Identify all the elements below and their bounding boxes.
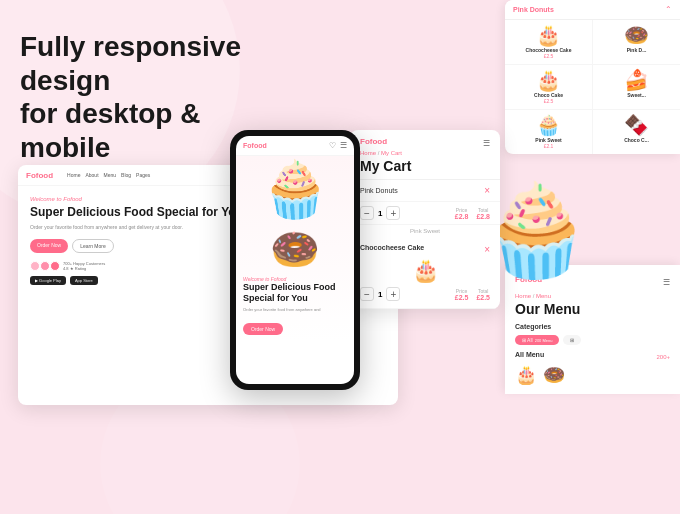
pink-donuts-qty-val: 1 [378,209,382,218]
pink-sweet-separator: Pink Sweet [350,225,500,237]
cart-breadcrumb-home[interactable]: Home [360,150,376,156]
food-grid-row-1: 🎂 Chococheese Cake £2.5 🍩 Pink D... [505,20,680,65]
phone-heart-icon[interactable]: ♡ [329,141,336,150]
food-chococheese[interactable]: 🎂 Chococheese Cake £2.5 [505,20,593,64]
pinkd-grid-img: 🍩 [598,25,675,45]
food-grid-header: Pink Donuts ⌃ [505,0,680,20]
food-pink-sweet[interactable]: 🧁 Pink Sweet £2.1 [505,110,593,154]
menu-panel-item-1[interactable]: 🎂 [515,366,537,384]
cart-item-pink-donuts: Pink Donuts × [350,180,500,202]
chococheese-qty-val: 1 [378,290,382,299]
total-col: Total £2.8 [476,207,490,220]
phone-hero: 🧁🍩 Welcome to Fofood Super Delicious Foo… [236,156,354,341]
pink-donuts-qty: − 1 + [360,206,400,220]
pink-donuts-total-val: £2.8 [476,213,490,220]
pink-donuts-price-val: £2.8 [455,213,469,220]
cart-menu-icon[interactable]: ☰ [483,139,490,148]
chococheese-price: Price £2.5 Total £2.5 [455,288,490,301]
chococheese-remove[interactable]: × [484,244,490,255]
cart-item-chococheese: Chococheese Cake × 🎂 − 1 + Price £2.5 To… [350,237,500,309]
nav-link-menu[interactable]: Menu [104,172,117,178]
food-grid: Pink Donuts ⌃ 🎂 Chococheese Cake £2.5 🍩 … [505,0,680,154]
chococheese-price-col: Price £2.5 [455,288,469,301]
avatar-3 [50,261,60,271]
pink-sweet-img: 🧁 [510,115,587,135]
food-pink-d[interactable]: 🍩 Pink D... [593,20,680,64]
nav-link-blog[interactable]: Blog [121,172,131,178]
food-header-chevron[interactable]: ⌃ [665,5,672,14]
price-col: Price £2.8 [455,207,469,220]
cart-header: Fofood ☰ Home / My Cart My Cart [350,130,500,180]
cart-logo: Fofood [360,137,387,146]
food-choco-c[interactable]: 🍫 Choco C... [593,110,680,154]
desktop-learn-btn[interactable]: Learn More [72,239,114,253]
choco-c-img: 🍫 [598,115,675,135]
chococheese-qty: − 1 + [360,287,400,301]
total-label: Total [476,207,490,213]
pink-donuts-label: Pink Donuts [360,187,398,194]
chococheese-controls: − 1 + Price £2.5 Total £2.5 [360,287,490,301]
food-choco-cake[interactable]: 🎂 Choco Cake £2.5 [505,65,593,109]
phone-menu-icon[interactable]: ☰ [340,141,347,150]
menu-panel-hamburger[interactable]: ☰ [663,278,670,287]
google-play-badge[interactable]: ▶ Google Play [30,276,66,285]
pink-donuts-remove[interactable]: × [484,185,490,196]
headline-section: Fully responsive design for desktop & mo… [20,30,260,184]
menu-panel-item-2[interactable]: 🍩 [543,366,565,384]
desktop-order-btn[interactable]: Order Now [30,239,68,253]
nav-link-home[interactable]: Home [67,172,80,178]
chococheese-price-label: Price [455,288,469,294]
cart-title: My Cart [360,158,490,174]
choco-cake-img: 🎂 [510,70,587,90]
avatar-1 [30,261,40,271]
pink-donuts-minus[interactable]: − [360,206,374,220]
phone-nav: Fofood ♡ ☰ [236,136,354,156]
choco-c-name: Choco C... [598,137,675,143]
phone-mockup: Fofood ♡ ☰ 🧁🍩 Welcome to Fofood Super De… [230,130,360,390]
food-sweet[interactable]: 🍰 Sweet... [593,65,680,109]
phone-logo: Fofood [243,142,267,149]
menu-panel-all-label: All Menu [515,351,544,358]
pink-donuts-plus[interactable]: + [386,206,400,220]
phone-nav-icons: ♡ ☰ [329,141,347,150]
pink-donuts-price: Price £2.8 Total £2.8 [455,207,490,220]
menu-panel-items: 🎂 🍩 [515,366,670,384]
nav-link-pages[interactable]: Pages [136,172,150,178]
customers-text: 700+ Happy Customers4.8 ★ Rating [63,261,105,271]
food-header-title: Pink Donuts [513,6,554,13]
main-headline: Fully responsive design for desktop & mo… [20,30,260,164]
food-grid-row-3: 🧁 Pink Sweet £2.1 🍫 Choco C... [505,110,680,154]
chococheese-price-val: £2.5 [455,294,469,301]
chococheese-total-col: Total £2.5 [476,288,490,301]
chococheese-plus[interactable]: + [386,287,400,301]
choco-cake-price: £2.5 [510,98,587,104]
phone-order-btn[interactable]: Order Now [243,323,283,335]
chococheese-img: 🎂 [360,258,490,284]
chococheese-minus[interactable]: − [360,287,374,301]
desktop-menu-section: Explore Our Delicious Menu 🎂 Cakes 34 Me… [18,404,398,405]
chococheese-name: Chococheese Cake [360,244,424,251]
sweet-name: Sweet... [598,92,675,98]
chococheese-grid-img: 🎂 [510,25,587,45]
menu-item-2-img: 🍩 [543,366,565,384]
chococheese-total-label: Total [476,288,490,294]
desktop-logo: Fofood [26,171,53,180]
phone-screen: Fofood ♡ ☰ 🧁🍩 Welcome to Fofood Super De… [236,136,354,384]
app-store-badge[interactable]: App Store [70,276,98,285]
pink-sweet-price: £2.1 [510,143,587,149]
phone-hero-title: Super Delicious Food Special for You [243,282,347,304]
menu-panel-all-count: 200+ [656,354,670,360]
food-grid-row-2: 🎂 Choco Cake £2.5 🍰 Sweet... [505,65,680,110]
price-label: Price [455,207,469,213]
menu-item-1-img: 🎂 [515,366,537,384]
cart-panel: Fofood ☰ Home / My Cart My Cart Pink Don… [350,130,500,309]
nav-link-about[interactable]: About [85,172,98,178]
sweet-img: 🍰 [598,70,675,90]
avatar-2 [40,261,50,271]
cart-breadcrumb-current: My Cart [381,150,402,156]
cart-breadcrumb: Home / My Cart [360,150,490,156]
chococheese-total-val: £2.5 [476,294,490,301]
phone-hero-subtitle: Order your favorite food from anywhere a… [243,307,347,313]
phone-food-emoji: 🧁🍩 [243,162,347,272]
pinkd-grid-name: Pink D... [598,47,675,53]
